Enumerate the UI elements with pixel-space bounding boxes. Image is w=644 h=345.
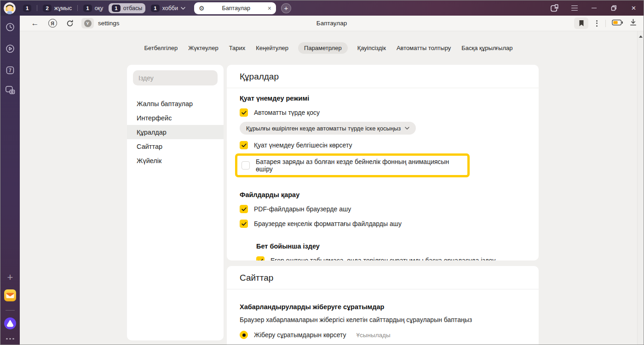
tab-group[interactable]: 1 оқу: [80, 3, 106, 13]
radio-button[interactable]: [240, 331, 248, 339]
bookmark-button[interactable]: [574, 17, 588, 29]
tab-title: Баптаулар: [208, 5, 264, 11]
kebab-menu-button[interactable]: [594, 20, 599, 27]
group-count-badge: 1: [23, 5, 31, 12]
checkbox[interactable]: [256, 256, 264, 260]
battery-icon[interactable]: [612, 19, 623, 28]
checkbox[interactable]: [240, 108, 248, 117]
notifications-heading: Хабарландыруларды жіберуге сұратымдар: [240, 303, 526, 311]
settings-page: Бетбелгілер Жүктеулер Тарих Кеңейтулер П…: [20, 31, 644, 345]
group-count-badge: 1: [151, 5, 159, 12]
url-input[interactable]: [98, 20, 218, 27]
group-label: отбасы: [123, 5, 142, 11]
add-panel-icon[interactable]: +: [7, 272, 13, 283]
nav-tab-downloads[interactable]: Жүктеулер: [187, 42, 219, 54]
address-bar: ← Я Y Баптаулар: [20, 16, 644, 31]
yandex-logo-icon[interactable]: Я: [44, 19, 61, 28]
checkbox[interactable]: [240, 205, 248, 213]
dropdown-label: Құрылғы өшірілген кезде автоматты түрде …: [246, 125, 401, 132]
recommended-badge: Ұсынылады: [356, 332, 391, 339]
nav-tab-history[interactable]: Тарих: [228, 42, 247, 54]
checkbox-label: Браузерде кеңселік форматтағы файлдарды …: [254, 220, 402, 227]
tab-group[interactable]: 1 отбасы: [109, 3, 145, 13]
maximize-button[interactable]: [604, 0, 624, 16]
sidebar-item-interface[interactable]: Интерфейс: [127, 111, 224, 125]
sidebar-item-tools[interactable]: Құралдар: [127, 125, 224, 139]
minimize-button[interactable]: [584, 0, 604, 16]
mail-icon[interactable]: [4, 289, 16, 303]
toolbar-divider: [605, 20, 606, 27]
strip-divider: [6, 310, 15, 311]
sites-section-card: Сайттар Хабарландыруларды жіберуге сұрат…: [227, 266, 539, 345]
nav-tab-bookmarks[interactable]: Бетбелгілер: [143, 42, 178, 54]
active-tab[interactable]: ⚙ Баптаулар ×: [194, 2, 276, 14]
video-icon[interactable]: [6, 44, 15, 55]
tab-close-icon[interactable]: ×: [268, 5, 271, 11]
group-separator: [77, 5, 78, 11]
search-input[interactable]: [138, 74, 212, 82]
history-icon[interactable]: [6, 23, 15, 34]
nav-tab-settings[interactable]: Параметрлер: [298, 42, 348, 54]
settings-nav-tabs: Бетбелгілер Жүктеулер Тарих Кеңейтулер П…: [20, 42, 637, 54]
download-icon[interactable]: [629, 18, 637, 28]
file-viewing-heading: Файлдарды қарау: [240, 191, 526, 198]
notifications-description: Браузер хабарламаларын жібергісі келетін…: [240, 316, 526, 323]
checkbox-label: PDF-файлдарын браузерде ашу: [254, 205, 351, 213]
scroll-up-arrow-icon[interactable]: [639, 35, 643, 38]
show-requests-row[interactable]: Жіберу сұратымдарын көрсету Ұсынылады: [240, 331, 526, 339]
radio-label: Жіберу сұратымдарын көрсету: [254, 331, 346, 339]
gear-icon: ⚙: [199, 5, 205, 11]
sidebar-item-sites[interactable]: Сайттар: [127, 139, 224, 153]
office-files-row[interactable]: Браузерде кеңселік форматтағы файлдарды …: [240, 220, 526, 228]
tools-section-card: Құралдар Қуат үнемдеу режимі Автоматты т…: [227, 65, 539, 260]
chevron-down-icon: [405, 127, 409, 130]
site-badge-icon[interactable]: Y: [81, 18, 94, 28]
close-window-button[interactable]: ×: [624, 0, 644, 16]
tab-group[interactable]: 1 хобби: [148, 3, 189, 13]
sidebar-item-system[interactable]: Жүйелік: [127, 153, 224, 168]
checkbox-label: Автоматты түрде қосу: [254, 109, 320, 116]
alice-icon[interactable]: [4, 317, 16, 331]
group-label: оқу: [95, 5, 104, 11]
tab-group[interactable]: 1: [20, 3, 34, 13]
nav-tab-security[interactable]: Қауіпсіздік: [356, 42, 387, 54]
checkbox-label: Егер ештеңе табылмаса, онда терілген сұр…: [270, 257, 495, 260]
power-mode-dropdown[interactable]: Құрылғы өшірілген кезде автоматты түрде …: [240, 122, 416, 135]
checkbox[interactable]: [240, 220, 248, 228]
tab-group[interactable]: 2 жұмыс: [40, 3, 75, 13]
group-count-badge: 2: [43, 5, 51, 12]
checkbox[interactable]: [240, 141, 248, 149]
checkbox-label: Қуат үнемдеу белгішесін көрсету: [254, 141, 352, 149]
auto-enable-row[interactable]: Автоматты түрде қосу: [240, 108, 526, 117]
scrollbar[interactable]: [637, 31, 644, 345]
show-icon-row[interactable]: Қуат үнемдеу белгішесін көрсету: [240, 141, 526, 149]
nav-tab-autofill[interactable]: Автоматты толтыру: [396, 42, 452, 54]
browser-side-strip: 7 +: [0, 16, 20, 345]
screenshot-icon[interactable]: [5, 85, 15, 96]
tabs-counter-icon[interactable]: 7: [6, 66, 15, 75]
group-label: жұмыс: [54, 5, 72, 11]
back-button[interactable]: ←: [26, 19, 44, 28]
window-controls: ×: [545, 0, 644, 16]
battery-animation-row-highlighted[interactable]: Батарея заряды аз болған кезде бейнелік …: [235, 153, 470, 177]
browser-window: 1 2 жұмыс 1 оқу 1 отбасы 1 хобби: [0, 0, 644, 345]
search-fallback-row[interactable]: Егер ештеңе табылмаса, онда терілген сұр…: [256, 256, 526, 260]
side-panels-button[interactable]: [545, 0, 564, 16]
new-tab-button[interactable]: +: [281, 3, 291, 13]
section-title: Құралдар: [227, 65, 539, 88]
section-title: Сайттар: [227, 266, 539, 289]
power-saving-heading: Қуат үнемдеу режимі: [240, 95, 526, 102]
settings-search[interactable]: [133, 70, 218, 85]
checkbox[interactable]: [242, 161, 250, 170]
more-icon[interactable]: [6, 338, 14, 340]
nav-tab-extensions[interactable]: Кеңейтулер: [255, 42, 289, 54]
sidebar-item-general[interactable]: Жалпы баптаулар: [127, 96, 224, 111]
chevron-down-icon: [181, 7, 185, 10]
pdf-row[interactable]: PDF-файлдарын браузерде ашу: [240, 205, 526, 213]
page-search-heading: Бет бойынша іздеу: [256, 243, 526, 250]
group-separator: [37, 5, 37, 11]
profile-avatar-icon[interactable]: [4, 2, 16, 14]
refresh-button[interactable]: [61, 20, 79, 27]
nav-tab-other-devices[interactable]: Басқа құрылғылар: [460, 42, 513, 54]
menu-icon[interactable]: [564, 0, 584, 16]
